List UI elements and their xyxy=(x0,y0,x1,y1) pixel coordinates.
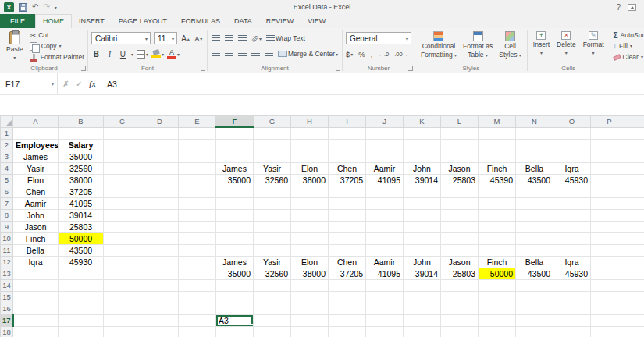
cell-H15[interactable] xyxy=(291,291,329,303)
cell-L6[interactable] xyxy=(441,186,479,197)
cell-H3[interactable] xyxy=(291,151,329,162)
cell-E9[interactable] xyxy=(179,221,216,232)
cell-J14[interactable] xyxy=(366,279,404,291)
row-header-13[interactable]: 13 xyxy=(1,268,13,279)
cell-styles-button[interactable]: Cell Styles ▾ xyxy=(496,30,524,60)
cell-G5[interactable]: 32560 xyxy=(254,174,291,186)
cell-P18[interactable] xyxy=(591,326,628,337)
column-header-H[interactable]: H xyxy=(291,116,329,128)
column-header-E[interactable]: E xyxy=(179,116,216,128)
row-header-1[interactable]: 1 xyxy=(1,127,13,139)
cell-G17[interactable] xyxy=(254,314,291,326)
row-header-8[interactable]: 8 xyxy=(1,209,13,221)
cell-E4[interactable] xyxy=(179,162,216,174)
cell-I14[interactable] xyxy=(329,279,366,291)
cell-D8[interactable] xyxy=(141,209,179,221)
cell-B16[interactable] xyxy=(59,303,104,314)
cell-D2[interactable] xyxy=(141,139,179,151)
undo-icon[interactable]: ↶ xyxy=(32,3,38,11)
cell-F17[interactable]: A3 xyxy=(216,314,254,326)
cell-L8[interactable] xyxy=(441,209,479,221)
cell-D17[interactable] xyxy=(141,314,179,326)
cell-G10[interactable] xyxy=(254,232,291,244)
cell-H8[interactable] xyxy=(291,209,329,221)
cell-D18[interactable] xyxy=(141,326,179,337)
redo-icon[interactable]: ↷ xyxy=(43,3,49,11)
accounting-format-button[interactable]: $▾ xyxy=(346,50,353,59)
cell-O8[interactable] xyxy=(553,209,591,221)
cell-G1[interactable] xyxy=(254,127,291,139)
cell-D1[interactable] xyxy=(141,127,179,139)
cell-L3[interactable] xyxy=(441,151,479,162)
cell-B18[interactable] xyxy=(59,326,104,337)
cut-button[interactable]: ✂ Cut xyxy=(30,30,84,41)
cell-P2[interactable] xyxy=(591,139,628,151)
cell-L9[interactable] xyxy=(441,221,479,232)
cell-J13[interactable]: 41095 xyxy=(366,268,404,279)
cell-N11[interactable] xyxy=(516,244,553,256)
cell-E12[interactable] xyxy=(179,256,216,268)
align-center-button[interactable] xyxy=(224,50,234,58)
decrease-indent-button[interactable] xyxy=(251,50,261,58)
cell-P4[interactable] xyxy=(591,162,628,174)
cell-A3[interactable]: James xyxy=(13,151,59,162)
cell-C1[interactable] xyxy=(104,127,141,139)
column-header-D[interactable]: D xyxy=(141,116,179,128)
cell-D6[interactable] xyxy=(141,186,179,197)
cell-H14[interactable] xyxy=(291,279,329,291)
cell-A10[interactable]: Finch xyxy=(13,232,59,244)
cell-O3[interactable] xyxy=(553,151,591,162)
cell-N13[interactable]: 43500 xyxy=(516,268,553,279)
copy-button[interactable]: Copy ▾ xyxy=(30,41,84,51)
cell-M5[interactable]: 45390 xyxy=(479,174,516,186)
cell-P8[interactable] xyxy=(591,209,628,221)
cell-D5[interactable] xyxy=(141,174,179,186)
cell-P11[interactable] xyxy=(591,244,628,256)
cell-K10[interactable] xyxy=(404,232,441,244)
cell-A13[interactable] xyxy=(13,268,59,279)
cell-C6[interactable] xyxy=(104,186,141,197)
cell-B11[interactable]: 43500 xyxy=(59,244,104,256)
qat-customize-icon[interactable]: ▾ xyxy=(55,5,57,10)
cell-G16[interactable] xyxy=(254,303,291,314)
paste-button[interactable]: Paste ▾ xyxy=(4,30,26,62)
cell-G8[interactable] xyxy=(254,209,291,221)
cell-F12[interactable]: James xyxy=(216,256,254,268)
cell-G2[interactable] xyxy=(254,139,291,151)
cell-F8[interactable] xyxy=(216,209,254,221)
cell-J12[interactable]: Aamir xyxy=(366,256,404,268)
row-header-16[interactable]: 16 xyxy=(1,303,13,314)
column-header-L[interactable]: L xyxy=(441,116,479,128)
borders-button[interactable]: ▾ xyxy=(137,48,148,60)
percent-style-button[interactable]: % xyxy=(358,50,365,59)
cell-N15[interactable] xyxy=(516,291,553,303)
cell-D10[interactable] xyxy=(141,232,179,244)
cell-B6[interactable]: 37205 xyxy=(59,186,104,197)
cell-M11[interactable] xyxy=(479,244,516,256)
cell-J16[interactable] xyxy=(366,303,404,314)
cell-L2[interactable] xyxy=(441,139,479,151)
cell-B8[interactable]: 39014 xyxy=(59,209,104,221)
cell-D7[interactable] xyxy=(141,197,179,209)
cell-O11[interactable] xyxy=(553,244,591,256)
cell-G11[interactable] xyxy=(254,244,291,256)
column-header-P[interactable]: P xyxy=(591,116,628,128)
cell-O16[interactable] xyxy=(553,303,591,314)
cell-K15[interactable] xyxy=(404,291,441,303)
column-header-G[interactable]: G xyxy=(254,116,291,128)
cell-K4[interactable]: John xyxy=(404,162,441,174)
cell-B15[interactable] xyxy=(59,291,104,303)
cell-G18[interactable] xyxy=(254,326,291,337)
cell-O18[interactable] xyxy=(553,326,591,337)
cell-P17[interactable] xyxy=(591,314,628,326)
decrease-font-button[interactable]: A▾ xyxy=(194,33,204,44)
cell-N16[interactable] xyxy=(516,303,553,314)
cell-G6[interactable] xyxy=(254,186,291,197)
cell-G13[interactable]: 32560 xyxy=(254,268,291,279)
italic-button[interactable]: I xyxy=(105,48,115,60)
cell-I15[interactable] xyxy=(329,291,366,303)
tab-home[interactable]: HOME xyxy=(35,14,72,28)
cell-E3[interactable] xyxy=(179,151,216,162)
cell-O10[interactable] xyxy=(553,232,591,244)
cell-F6[interactable] xyxy=(216,186,254,197)
